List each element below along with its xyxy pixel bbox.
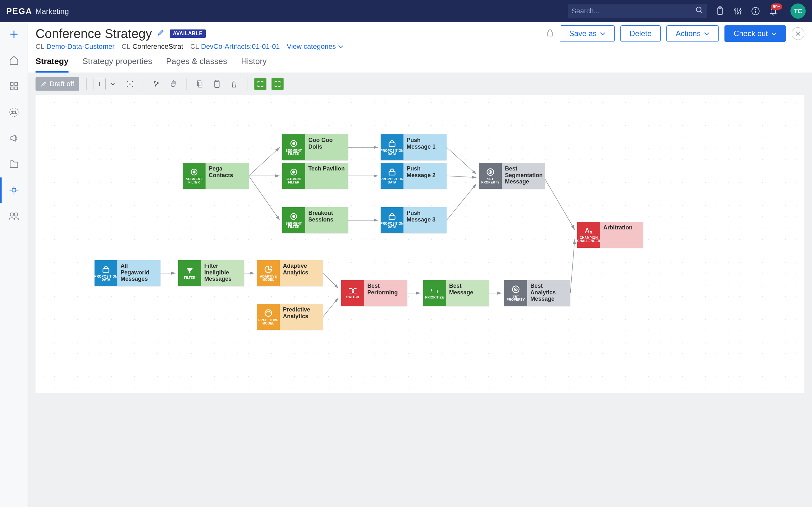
- delete-button[interactable]: Delete: [620, 25, 661, 42]
- brand-product: Marketing: [36, 7, 69, 16]
- node-label: Push Message 2: [403, 163, 447, 189]
- node-label: Best Performing: [364, 280, 407, 306]
- tab-strategy[interactable]: Strategy: [36, 56, 68, 72]
- settings-icon[interactable]: [124, 78, 136, 90]
- node-tech-pavilion[interactable]: SEGMENT FILTER Tech Pavilion: [282, 163, 348, 189]
- svg-rect-65: [389, 216, 395, 220]
- node-push-message-2[interactable]: PROPOSITION DATA Push Message 2: [380, 163, 447, 189]
- page-header: Conference Strategy AVAILABLE Save as De…: [28, 22, 812, 73]
- bell-icon[interactable]: 99+: [768, 6, 778, 16]
- clipboard-icon[interactable]: [715, 6, 725, 16]
- node-breakout-sessions[interactable]: SEGMENT FILTER Breakout Sessions: [282, 207, 348, 233]
- node-best-analytics[interactable]: SET PROPERTY Best Analytics Message: [504, 280, 570, 306]
- crumb-label-2: CL: [121, 43, 131, 50]
- status-badge: AVAILABLE: [170, 30, 206, 38]
- sliders-icon[interactable]: [733, 6, 743, 16]
- pointer-tool[interactable]: [150, 78, 162, 90]
- tab-pages-classes[interactable]: Pages & classes: [166, 56, 227, 72]
- breadcrumbs: CLDemo-Data-Customer CLConferenceStrat C…: [36, 43, 804, 51]
- svg-rect-64: [389, 171, 395, 175]
- actions-label: Actions: [676, 29, 701, 38]
- close-button[interactable]: [792, 27, 804, 40]
- svg-rect-63: [389, 143, 395, 147]
- delete-icon[interactable]: [228, 78, 240, 90]
- tab-strategy-properties[interactable]: Strategy properties: [83, 56, 152, 72]
- node-push-message-1[interactable]: PROPOSITION DATA Push Message 1: [380, 134, 447, 160]
- svg-line-38: [249, 147, 280, 176]
- search-input[interactable]: [571, 7, 695, 15]
- node-sublabel: CHAMPION CHALLENGER: [577, 236, 600, 243]
- node-googoo-dolls[interactable]: SEGMENT FILTER Goo Goo Dolls: [282, 134, 348, 160]
- svg-rect-17: [10, 87, 13, 90]
- node-predictive-analytics[interactable]: PREDICTIVE MODEL Predictive Analytics: [257, 304, 323, 330]
- node-label: Predictive Analytics: [280, 304, 323, 330]
- svg-point-33: [129, 83, 131, 85]
- node-all-pegaworld[interactable]: PROPOSITION DATA All Pegaworld Messages: [95, 260, 160, 286]
- add-component-dropdown[interactable]: [107, 78, 119, 90]
- save-as-label: Save as: [569, 29, 597, 38]
- node-sublabel: PROPOSITION DATA: [380, 178, 404, 184]
- svg-rect-21: [12, 188, 15, 192]
- view-categories-link[interactable]: View categories: [287, 43, 344, 51]
- rail-files[interactable]: [8, 158, 20, 170]
- paste-icon[interactable]: [211, 78, 223, 90]
- svg-rect-35: [197, 81, 201, 86]
- node-arbitration[interactable]: ABCHAMPION CHALLENGER Arbitration: [577, 222, 643, 248]
- canvas-toolbar: Draft off: [28, 73, 812, 95]
- node-adaptive-analytics[interactable]: ADAPTIVE MODEL Adaptive Analytics: [257, 260, 323, 286]
- delete-label: Delete: [629, 29, 652, 38]
- rail-add[interactable]: [8, 28, 20, 41]
- svg-point-27: [14, 213, 17, 216]
- node-best-performing[interactable]: SWITCH Best Performing: [341, 280, 407, 306]
- tab-history[interactable]: History: [241, 56, 267, 72]
- node-pega-contacts[interactable]: SEGMENT FILTER Pega Contacts: [183, 163, 249, 189]
- pan-tool[interactable]: [167, 78, 180, 90]
- svg-point-62: [293, 216, 295, 218]
- node-sublabel: PROPOSITION DATA: [380, 222, 404, 228]
- node-label: Goo Goo Dolls: [305, 134, 348, 160]
- search-icon[interactable]: [695, 6, 704, 16]
- rail-strategies[interactable]: [8, 184, 20, 196]
- actions-button[interactable]: Actions: [666, 25, 719, 42]
- node-best-segmentation[interactable]: SET PROPERTY Best Segmentation Message: [479, 163, 545, 189]
- rail-grid[interactable]: [8, 80, 20, 93]
- rail-home[interactable]: [8, 54, 20, 66]
- node-label: Adaptive Analytics: [280, 260, 323, 286]
- node-label: Breakout Sessions: [305, 207, 348, 233]
- rail-interactions[interactable]: 1:1: [8, 106, 20, 118]
- check-out-button[interactable]: Check out: [724, 25, 786, 42]
- strategy-canvas[interactable]: SEGMENT FILTER Pega Contacts SEGMENT FIL…: [36, 95, 804, 393]
- edit-title-icon[interactable]: [157, 29, 165, 38]
- brand: PEGA Marketing: [6, 6, 69, 16]
- node-label: Best Message: [446, 280, 489, 306]
- node-push-message-3[interactable]: PROPOSITION DATA Push Message 3: [380, 207, 447, 233]
- svg-point-8: [737, 12, 739, 13]
- svg-rect-28: [548, 32, 553, 36]
- copy-icon[interactable]: [194, 78, 206, 90]
- node-sublabel: SEGMENT FILTER: [282, 178, 305, 184]
- rail-campaigns[interactable]: [8, 132, 20, 145]
- zoom-fit-button[interactable]: [254, 78, 266, 90]
- svg-point-9: [740, 9, 741, 11]
- draft-toggle[interactable]: Draft off: [36, 77, 79, 91]
- brand-logo: PEGA: [6, 6, 32, 16]
- global-search[interactable]: [568, 4, 707, 18]
- svg-rect-16: [14, 83, 17, 86]
- node-label: Best Analytics Message: [527, 280, 570, 306]
- zoom-expand-button[interactable]: [271, 78, 284, 90]
- node-label: Filter Ineligible Messages: [201, 260, 244, 286]
- crumb-artifact-link[interactable]: DevCo-Artifacts:01-01-01: [201, 43, 280, 50]
- svg-point-26: [10, 213, 13, 216]
- node-filter-ineligible[interactable]: FILTER Filter Ineligible Messages: [178, 260, 244, 286]
- node-best-message[interactable]: PRIORITIZE Best Message: [423, 280, 489, 306]
- crumb-class-link[interactable]: Demo-Data-Customer: [46, 43, 114, 50]
- lock-icon: [546, 28, 554, 39]
- svg-text:1:1: 1:1: [11, 110, 16, 115]
- node-sublabel: FILTER: [184, 276, 195, 279]
- node-label: Pega Contacts: [206, 163, 249, 189]
- avatar[interactable]: TC: [791, 3, 806, 19]
- rail-audiences[interactable]: [8, 210, 20, 222]
- save-as-button[interactable]: Save as: [560, 25, 615, 42]
- info-icon[interactable]: [751, 6, 761, 16]
- add-component-button[interactable]: [94, 78, 106, 90]
